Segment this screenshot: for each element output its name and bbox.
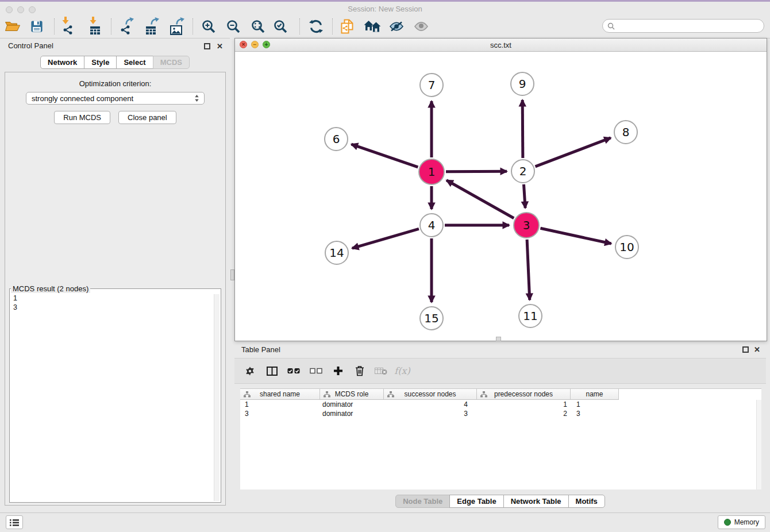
delete-table-icon [375, 367, 387, 375]
task-history-button[interactable] [6, 515, 23, 529]
graph-node-2[interactable]: 2 [511, 159, 535, 183]
eye-icon [414, 22, 429, 31]
horizontal-splitter-handle[interactable] [496, 337, 501, 341]
open-folder-icon [5, 20, 21, 33]
tab-motifs[interactable]: Motifs [568, 495, 605, 508]
export-table-button[interactable] [141, 17, 160, 36]
graph-node-1[interactable]: 1 [418, 159, 445, 185]
export-image-button[interactable] [166, 17, 186, 36]
column-header-predecessor-nodes[interactable]: predecessor nodes [477, 389, 571, 400]
column-header-shared-name[interactable]: shared name [240, 389, 320, 400]
network-canvas[interactable]: 7968124314101511 [235, 52, 767, 341]
table-panel-header: Table Panel ✕ [234, 342, 766, 358]
float-panel-icon[interactable] [204, 43, 210, 49]
close-panel-icon[interactable]: ✕ [754, 346, 760, 353]
open-session-button[interactable] [3, 17, 22, 36]
select-all-button[interactable] [285, 358, 302, 383]
graph-node-7[interactable]: 7 [419, 73, 444, 97]
splitter-handle[interactable] [230, 269, 234, 280]
zoom-fit-button[interactable] [248, 17, 268, 36]
mcds-result-text[interactable]: 1 3 [10, 293, 221, 312]
table-cell: 1 [477, 400, 571, 409]
delete-rows-button[interactable] [351, 358, 368, 383]
network-nodes-layer: 7968124314101511 [235, 52, 767, 341]
delete-table-button[interactable] [372, 358, 390, 383]
export-network-button[interactable] [116, 17, 135, 36]
table-scrollbar[interactable] [756, 400, 761, 489]
tab-style[interactable]: Style [84, 56, 117, 69]
tab-network[interactable]: Network [40, 56, 84, 69]
hide-graphics-button[interactable] [387, 17, 406, 36]
export-arrow-icon [151, 17, 159, 25]
control-panel-tabs: NetworkStyleSelectMCDS [0, 56, 230, 69]
plus-icon [333, 366, 343, 376]
result-scrollbar[interactable] [214, 294, 220, 501]
table-row[interactable]: 3dominator323 [240, 409, 761, 418]
float-panel-icon[interactable] [742, 346, 749, 353]
search-box[interactable] [602, 19, 764, 33]
table-toolbar: f(x) [234, 358, 766, 384]
graph-node-9[interactable]: 9 [510, 72, 534, 96]
tab-select[interactable]: Select [116, 56, 153, 69]
network-window-titlebar[interactable]: scc.txt [235, 38, 767, 52]
graph-node-3[interactable]: 3 [513, 212, 540, 238]
criterion-select[interactable]: strongly connected component [26, 92, 205, 105]
vertical-splitter[interactable] [230, 38, 234, 513]
toolbar-separator [54, 18, 55, 34]
import-arrow-icon [62, 17, 69, 24]
tab-network-table[interactable]: Network Table [503, 495, 569, 508]
toolbar-separator [299, 18, 300, 34]
show-column-button[interactable] [263, 358, 280, 383]
save-session-button[interactable] [27, 17, 47, 36]
add-row-button[interactable] [329, 358, 346, 383]
table-body: 1dominator4113dominator323 [240, 400, 761, 418]
graph-node-15[interactable]: 15 [419, 306, 444, 330]
import-arrow-icon [90, 17, 97, 24]
refresh-icon [309, 19, 324, 34]
tab-mcds[interactable]: MCDS [153, 56, 190, 69]
table-cell: 1 [571, 400, 619, 409]
zoom-selected-button[interactable] [271, 17, 290, 36]
graph-node-8[interactable]: 8 [614, 120, 638, 144]
graph-node-4[interactable]: 4 [419, 213, 444, 237]
table-cell: 2 [477, 409, 571, 418]
optimization-criterion-label: Optimization criterion: [5, 79, 225, 88]
search-input[interactable] [618, 20, 764, 32]
import-network-button[interactable] [58, 17, 78, 36]
show-graphics-button[interactable] [411, 17, 431, 36]
table-row[interactable]: 1dominator411 [240, 400, 761, 409]
deselect-all-button[interactable] [307, 358, 325, 383]
close-panel-button[interactable]: Close panel [118, 111, 176, 124]
close-panel-icon[interactable]: ✕ [217, 43, 223, 50]
export-arrow-icon [125, 17, 134, 25]
tab-node-table[interactable]: Node Table [395, 495, 450, 508]
criterion-value: strongly connected component [32, 94, 133, 103]
image-icon [170, 25, 182, 35]
memory-button[interactable]: Memory [718, 515, 765, 529]
table-header-row: shared nameMCDS rolesuccessor nodesprede… [240, 389, 761, 400]
graph-node-14[interactable]: 14 [325, 241, 349, 265]
zoom-out-button[interactable] [224, 17, 243, 36]
function-builder-button[interactable]: f(x) [391, 358, 414, 383]
zoom-in-button[interactable] [199, 17, 218, 36]
graph-node-6[interactable]: 6 [324, 127, 348, 151]
column-header-name[interactable]: name [571, 389, 619, 400]
memory-label: Memory [734, 518, 759, 526]
run-mcds-button[interactable]: Run MCDS [54, 111, 110, 124]
column-header-successor-nodes[interactable]: successor nodes [384, 389, 477, 400]
refresh-layout-button[interactable] [306, 17, 326, 36]
network-overview-button[interactable] [363, 17, 382, 36]
mcds-result-title: MCDS result (2 nodes) [11, 284, 90, 293]
gear-icon [245, 366, 255, 376]
table-settings-button[interactable] [241, 358, 259, 383]
graph-node-11[interactable]: 11 [518, 304, 542, 328]
mcds-panel: Optimization criterion: strongly connect… [5, 72, 226, 506]
control-panel: Control Panel ✕ NetworkStyleSelectMCDS O… [0, 38, 230, 513]
graph-node-10[interactable]: 10 [615, 235, 639, 259]
import-table-button[interactable] [85, 17, 105, 36]
clone-network-button[interactable] [337, 17, 357, 36]
table-panel: Table Panel ✕ f(x) shared nameMCDS roles [234, 342, 766, 511]
column-header-MCDS-role[interactable]: MCDS role [320, 389, 384, 400]
tab-edge-table[interactable]: Edge Table [449, 495, 503, 508]
table-cell: 4 [384, 400, 477, 409]
